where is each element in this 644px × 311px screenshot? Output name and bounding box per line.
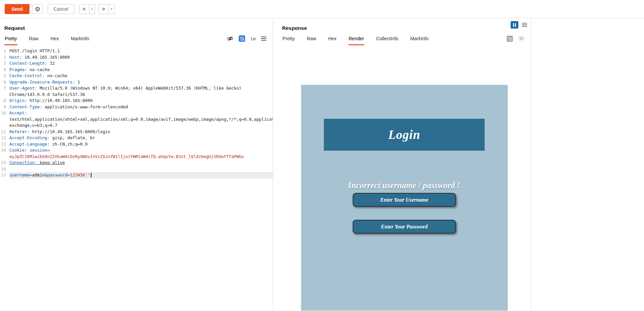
request-tab-icons: \n <box>227 35 267 42</box>
hide-comments-button[interactable] <box>227 35 234 42</box>
show-newlines-toggle[interactable]: \n <box>250 36 256 41</box>
word-wrap-icon <box>507 36 513 42</box>
request-line[interactable]: 7User-Agent: Mozilla/5.0 (Windows NT 10.… <box>0 85 273 98</box>
line-content: Host: 10.49.165.165:8000 <box>9 54 273 61</box>
request-line[interactable]: 17username=admin&password=123456'' <box>0 172 273 178</box>
request-line[interactable]: 13Accept-Language: zh-CN,zh;q=0.9 <box>0 141 273 148</box>
response-options-button[interactable] <box>522 22 527 28</box>
tab-hex[interactable]: Hex <box>50 32 59 45</box>
request-line[interactable]: 6Upgrade-Insecure-Requests: 1 <box>0 79 273 86</box>
tab-collectinfo[interactable]: CollectInfo <box>376 32 398 45</box>
response-top-icons <box>511 21 527 29</box>
line-content: Accept-Encoding: gzip, deflate, br <box>9 135 273 141</box>
line-content: Cookie: session= eyJpZCI6MiwibG9nZ2VkaW4… <box>9 147 273 160</box>
caret-down-icon: ▼ <box>110 8 113 10</box>
line-number: 14 <box>0 147 6 160</box>
line-content: Origin: http://10.49.165.165:8000 <box>9 98 273 104</box>
request-line[interactable]: 3Content-Length: 32 <box>0 60 273 67</box>
request-line[interactable]: 8Origin: http://10.49.165.165:8000 <box>0 98 273 104</box>
line-content: Upgrade-Insecure-Requests: 1 <box>9 79 273 86</box>
response-tabs: PrettyRawHexRenderCollectInfoMarkInfo <box>282 32 440 45</box>
history-forward-dropdown[interactable]: ▼ <box>109 4 115 14</box>
request-menu-button[interactable] <box>261 36 267 41</box>
line-number: 5 <box>0 73 6 79</box>
request-line[interactable]: 5Cache-Control: no-cache <box>0 73 273 79</box>
request-tabbar: PrettyRawHexMarkInfo <box>0 32 273 45</box>
line-content: Cache-Control: no-cache <box>9 73 273 79</box>
request-editor[interactable]: 1POST /login HTTP/1.12Host: 10.49.165.16… <box>0 45 273 311</box>
line-number: 6 <box>0 79 6 86</box>
tab-raw[interactable]: Raw <box>29 32 39 45</box>
history-back-button[interactable]: < <box>79 4 89 14</box>
response-panel-title: Response <box>278 18 531 32</box>
request-line[interactable]: 1POST /login HTTP/1.1 <box>0 48 273 54</box>
request-panel-title: Request <box>0 18 273 32</box>
request-line[interactable]: 16 <box>0 166 273 172</box>
tab-pretty[interactable]: Pretty <box>282 32 295 45</box>
line-number: 1 <box>0 48 6 54</box>
line-number: 12 <box>0 135 6 141</box>
request-line[interactable]: 15Connection: keep-alive <box>0 160 273 166</box>
line-content: Connection: keep-alive <box>9 160 273 166</box>
line-number: 11 <box>0 129 6 135</box>
tab-hex[interactable]: Hex <box>328 32 337 45</box>
panel-splitter[interactable] <box>273 18 278 311</box>
username-button[interactable]: Enter Your Username <box>353 193 456 207</box>
response-panel: Response PrettyRawHexRenderCollectInfoMa… <box>278 18 531 311</box>
history-back-dropdown[interactable]: ▼ <box>89 4 95 14</box>
line-number: 3 <box>0 60 6 67</box>
rendered-login-page: Login Incorrect username / password ! En… <box>301 85 508 311</box>
empty-area <box>531 18 644 311</box>
tab-render[interactable]: Render <box>348 32 365 45</box>
login-error-message: Incorrect username / password ! <box>348 181 460 190</box>
history-forward-button[interactable]: > <box>99 4 109 14</box>
history-back-group: < ▼ <box>79 4 95 14</box>
request-line[interactable]: 2Host: 10.49.165.165:8000 <box>0 54 273 61</box>
line-content: Pragma: no-cache <box>9 67 273 73</box>
send-button[interactable]: Send <box>5 4 29 14</box>
line-content: Accept-Language: zh-CN,zh;q=0.9 <box>9 141 273 148</box>
tab-raw[interactable]: Raw <box>307 32 317 45</box>
pause-button[interactable] <box>511 21 518 29</box>
request-line[interactable]: 14Cookie: session= eyJpZCI6MiwibG9nZ2Vka… <box>0 147 273 160</box>
response-w-toggle[interactable]: W <box>518 35 525 42</box>
list-menu-icon <box>522 22 527 28</box>
line-content: Accept: text/html,application/xhtml+xml,… <box>9 110 273 129</box>
line-number: 16 <box>0 166 6 172</box>
response-word-wrap-toggle[interactable] <box>507 36 513 42</box>
settings-button[interactable]: ⚙ <box>32 4 43 14</box>
line-number: 2 <box>0 54 6 61</box>
line-content: Referer: http://10.49.165.165:8000/login <box>9 129 273 135</box>
tab-pretty[interactable]: Pretty <box>4 32 17 45</box>
login-heading: Login <box>324 119 485 151</box>
tab-markinfo[interactable]: MarkInfo <box>71 32 89 45</box>
word-wrap-toggle[interactable] <box>239 35 245 42</box>
w-badge-icon: W <box>518 35 525 42</box>
line-number: 17 <box>0 172 6 178</box>
hamburger-menu-icon <box>261 36 267 41</box>
request-line[interactable]: 12Accept-Encoding: gzip, deflate, br <box>0 135 273 141</box>
request-line[interactable]: 10Accept: text/html,application/xhtml+xm… <box>0 110 273 129</box>
request-line[interactable]: 9Content-Type: application/x-www-form-ur… <box>0 104 273 110</box>
line-number: 7 <box>0 85 6 98</box>
line-content: username=admin&password=123456'' <box>9 172 273 178</box>
response-tabbar: PrettyRawHexRenderCollectInfoMarkInfo W <box>278 32 531 45</box>
line-number: 13 <box>0 141 6 148</box>
eye-off-icon <box>227 35 234 42</box>
response-tab-icons: W <box>507 35 525 42</box>
line-number: 8 <box>0 98 6 104</box>
line-number: 4 <box>0 67 6 73</box>
line-content: POST /login HTTP/1.1 <box>9 48 273 54</box>
caret-down-icon: ▼ <box>91 8 93 10</box>
request-line[interactable]: 4Pragma: no-cache <box>0 67 273 73</box>
line-content: User-Agent: Mozilla/5.0 (Windows NT 10.0… <box>9 85 273 98</box>
line-number: 15 <box>0 160 6 166</box>
gear-icon: ⚙ <box>35 6 40 12</box>
cancel-button[interactable]: Cancel <box>48 4 74 14</box>
request-line[interactable]: 11Referer: http://10.49.165.165:8000/log… <box>0 129 273 135</box>
tab-markinfo[interactable]: MarkInfo <box>410 32 429 45</box>
line-content <box>9 166 273 172</box>
word-wrap-icon <box>239 35 245 42</box>
repeater-window: Send ⚙ Cancel < ▼ > ▼ Request PrettyRawH… <box>0 0 644 311</box>
password-button[interactable]: Enter Your Password <box>353 220 456 234</box>
